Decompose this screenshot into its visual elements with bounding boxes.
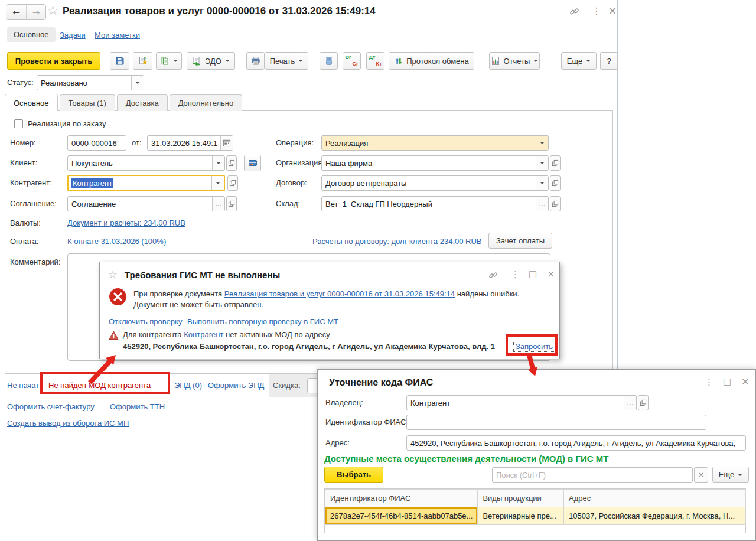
reports-button[interactable]: Отчеты: [489, 52, 540, 70]
dialog-favorite-star-icon[interactable]: ☆: [108, 269, 118, 280]
fias-more-button[interactable]: Еще: [712, 467, 749, 483]
search-field[interactable]: [492, 467, 693, 483]
warehouse-input[interactable]: [322, 197, 536, 211]
tab-delivery[interactable]: Доставка: [117, 94, 168, 111]
organization-dropdown-button[interactable]: [536, 156, 548, 170]
save-button[interactable]: [110, 52, 129, 70]
status-not-started-link[interactable]: Не начат: [7, 381, 39, 390]
counterparty-open-button[interactable]: [227, 175, 238, 191]
tab-goods[interactable]: Товары (1): [60, 94, 115, 111]
disable-check-link[interactable]: Отключить проверку: [109, 317, 182, 326]
address-field[interactable]: [406, 435, 746, 451]
warehouse-choose-button[interactable]: ...: [536, 197, 548, 211]
window-menu-kebab-icon[interactable]: ⋮: [592, 6, 601, 16]
client-open-button[interactable]: [226, 155, 237, 171]
client-field[interactable]: [67, 155, 225, 171]
contract-input[interactable]: [322, 176, 536, 190]
client-dropdown-button[interactable]: [212, 156, 224, 170]
payment-offset-button[interactable]: Зачет оплаты: [488, 233, 552, 249]
currencies-link[interactable]: Документ и расчеты: 234,00 RUB: [67, 219, 185, 227]
invoice-create-link[interactable]: Оформить счет-фактуру: [7, 402, 94, 411]
operation-input[interactable]: [322, 136, 536, 150]
registers-button[interactable]: [320, 52, 338, 70]
col-header-product-types[interactable]: Виды продукции: [478, 490, 564, 507]
status-dropdown-button[interactable]: [131, 76, 144, 90]
dr-cr-button[interactable]: DrCr: [343, 52, 361, 70]
settlements-link[interactable]: Расчеты по договору: долг клиента 234,00…: [312, 237, 482, 246]
forward-button[interactable]: →: [26, 5, 45, 19]
dialog-maximize-icon[interactable]: □: [529, 270, 537, 279]
operation-dropdown-button[interactable]: [536, 136, 548, 150]
owner-input[interactable]: [407, 396, 624, 410]
organization-input[interactable]: [322, 156, 536, 170]
fias-id-field[interactable]: [406, 415, 706, 430]
nav-tab-tasks[interactable]: Задачи: [60, 31, 86, 40]
table-row[interactable]: 2678a2e7-454f-46b4-8514-aabb07ab5e... Ве…: [325, 507, 746, 525]
counterparty-field[interactable]: Контрагент: [67, 175, 225, 191]
edo-button[interactable]: ЭДО: [187, 52, 235, 70]
organization-field[interactable]: [321, 155, 549, 171]
help-button[interactable]: ?: [600, 52, 618, 70]
warehouse-field[interactable]: ...: [321, 196, 549, 211]
warning-counterparty-link[interactable]: Контрагент: [184, 330, 223, 339]
number-field[interactable]: [67, 135, 126, 151]
dialog-close-icon[interactable]: ×: [547, 269, 555, 279]
agreement-choose-button[interactable]: ...: [212, 197, 224, 211]
col-header-address[interactable]: Адрес: [564, 490, 746, 507]
fias-id-input[interactable]: [407, 415, 706, 429]
get-link-icon[interactable]: [569, 6, 579, 18]
agreement-field[interactable]: ...: [67, 196, 225, 211]
epd-link[interactable]: ЭПД (0): [174, 381, 202, 390]
number-input[interactable]: [68, 136, 126, 150]
payment-link[interactable]: К оплате 31.03.2026 (100%): [67, 237, 166, 246]
date-input[interactable]: [148, 136, 220, 150]
loyalty-card-button[interactable]: [244, 155, 261, 171]
tab-main[interactable]: Основное: [5, 94, 58, 111]
organization-open-button[interactable]: [550, 155, 561, 171]
agreement-open-button[interactable]: [226, 196, 237, 211]
withdrawal-create-link[interactable]: Создать вывод из оборота ИС МП: [7, 419, 129, 428]
counterparty-dropdown-button[interactable]: [211, 176, 224, 190]
agreement-input[interactable]: [68, 197, 212, 211]
address-input[interactable]: [407, 436, 745, 450]
contract-field[interactable]: [321, 175, 549, 191]
contract-open-button[interactable]: [550, 175, 561, 191]
recheck-link[interactable]: Выполнить повторную проверку в ГИС МТ: [187, 317, 338, 326]
date-field[interactable]: [147, 135, 233, 151]
tab-additional[interactable]: Дополнительно: [170, 94, 243, 111]
calendar-button[interactable]: [220, 136, 233, 150]
fias-maximize-icon[interactable]: □: [723, 377, 731, 386]
ttn-create-link[interactable]: Оформить ТТН: [110, 402, 165, 411]
col-header-fias-id[interactable]: Идентификатор ФИАС: [325, 490, 478, 507]
cell-address[interactable]: 105037, Российская Федерация, г. Москва,…: [564, 507, 746, 525]
cell-product-types[interactable]: Ветеринарные пре...: [478, 507, 564, 525]
close-icon[interactable]: ×: [608, 6, 617, 16]
select-mod-button[interactable]: Выбрать: [324, 467, 383, 483]
post-and-close-button[interactable]: Провести и закрыть: [7, 52, 100, 70]
post-document-button[interactable]: [133, 52, 152, 70]
search-input[interactable]: [493, 468, 692, 482]
status-value[interactable]: [37, 76, 131, 90]
status-select[interactable]: [37, 75, 144, 90]
quick-print-button[interactable]: [246, 52, 265, 70]
contract-dropdown-button[interactable]: [536, 176, 548, 190]
dialog-get-link-icon[interactable]: [488, 270, 498, 282]
exchange-protocol-button[interactable]: Протокол обмена: [389, 52, 474, 70]
back-button[interactable]: ←: [6, 5, 26, 19]
client-input[interactable]: [68, 156, 212, 170]
fias-close-icon[interactable]: ×: [741, 377, 749, 386]
favorite-star-icon[interactable]: ☆: [47, 5, 58, 17]
nav-tab-main[interactable]: Основное: [7, 27, 56, 42]
owner-choose-button[interactable]: ...: [624, 396, 636, 410]
cell-fias-id[interactable]: 2678a2e7-454f-46b4-8514-aabb07ab5e...: [325, 507, 478, 525]
owner-field[interactable]: ...: [406, 395, 637, 410]
nav-tab-notes[interactable]: Мои заметки: [94, 31, 140, 40]
more-button[interactable]: Еще: [561, 52, 597, 70]
warehouse-open-button[interactable]: [550, 196, 561, 211]
order-checkbox[interactable]: [14, 119, 23, 128]
counterparty-selected-text[interactable]: Контрагент: [71, 178, 113, 188]
fias-menu-kebab-icon[interactable]: ⋮: [705, 378, 713, 387]
dt-kt-button[interactable]: ДтКт: [366, 52, 384, 70]
search-clear-button[interactable]: ×: [694, 467, 708, 483]
print-button[interactable]: Печать: [265, 52, 308, 70]
